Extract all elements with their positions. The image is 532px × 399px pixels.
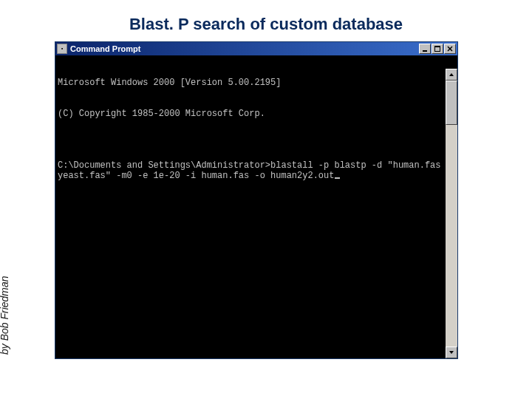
window-titlebar[interactable]: ▪ Command Prompt xyxy=(55,42,457,55)
vertical-scrollbar[interactable] xyxy=(446,69,457,358)
terminal-output[interactable]: Microsoft Windows 2000 [Version 5.00.219… xyxy=(55,55,457,358)
scroll-down-button[interactable] xyxy=(446,347,457,358)
window-controls xyxy=(419,44,456,54)
scrollbar-track[interactable] xyxy=(446,81,457,347)
terminal-line: C:\Documents and Settings\Administrator>… xyxy=(58,160,446,181)
scroll-up-button[interactable] xyxy=(446,69,457,81)
terminal-line: Microsoft Windows 2000 [Version 5.00.219… xyxy=(58,78,446,88)
maximize-icon xyxy=(434,46,440,52)
chevron-up-icon xyxy=(449,72,454,78)
svg-rect-0 xyxy=(423,50,427,52)
chevron-down-icon xyxy=(449,349,454,355)
svg-rect-2 xyxy=(434,46,440,47)
close-button[interactable] xyxy=(444,44,456,54)
maximize-button[interactable] xyxy=(432,44,443,54)
svg-marker-5 xyxy=(449,73,454,76)
slide-title: Blast. P search of custom database xyxy=(0,15,532,34)
svg-marker-6 xyxy=(449,351,454,354)
window-icon: ▪ xyxy=(57,44,67,54)
window-icon-glyph: ▪ xyxy=(61,47,64,52)
window-title: Command Prompt xyxy=(70,44,416,53)
terminal-line: (C) Copyright 1985-2000 Microsoft Corp. xyxy=(58,109,446,119)
minimize-icon xyxy=(422,46,428,52)
author-credit: by Bob Friedman xyxy=(0,276,10,355)
terminal-area: Microsoft Windows 2000 [Version 5.00.219… xyxy=(55,55,457,358)
scrollbar-thumb[interactable] xyxy=(446,81,457,125)
close-icon xyxy=(447,46,453,52)
command-prompt-window: ▪ Command Prompt Microsoft Windows 2000 … xyxy=(55,41,458,359)
terminal-cursor xyxy=(335,177,340,179)
terminal-command: C:\Documents and Settings\Administrator>… xyxy=(58,160,446,181)
minimize-button[interactable] xyxy=(419,44,431,54)
